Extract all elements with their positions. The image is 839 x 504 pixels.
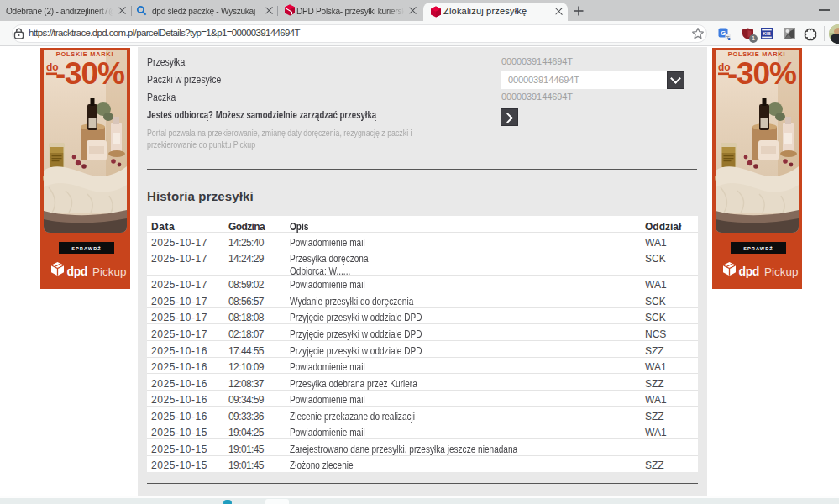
svg-text:-30%: -30%	[727, 56, 796, 91]
svg-text:G: G	[721, 29, 726, 37]
svg-text:dpd: dpd	[67, 265, 87, 278]
svg-text:Pickup: Pickup	[764, 265, 799, 278]
svg-text:Pickup: Pickup	[92, 265, 127, 278]
svg-text:dpd: dpd	[739, 265, 759, 278]
svg-text:KIB: KIB	[763, 31, 771, 36]
svg-text:SPRAWDŹ: SPRAWDŹ	[71, 245, 102, 251]
svg-text:SPRAWDŹ: SPRAWDŹ	[743, 245, 773, 251]
svg-text:-30%: -30%	[55, 56, 124, 91]
